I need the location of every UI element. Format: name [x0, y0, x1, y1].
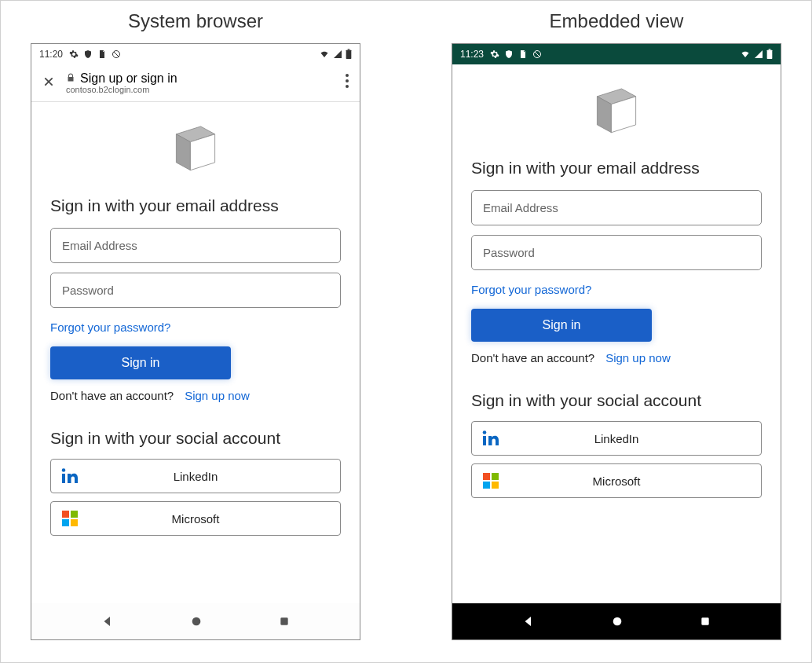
- microsoft-label: Microsoft: [89, 512, 340, 526]
- signin-content: Sign in with your email address Email Ad…: [31, 102, 360, 603]
- nav-bar: [31, 603, 360, 639]
- svg-rect-9: [62, 474, 65, 483]
- status-icons-right: [319, 49, 352, 60]
- cube-icon: [584, 82, 649, 138]
- page-title: Sign up or sign in: [80, 71, 177, 86]
- svg-point-11: [192, 617, 201, 626]
- signup-link[interactable]: Sign up now: [605, 351, 671, 364]
- svg-point-21: [613, 617, 622, 626]
- svg-point-20: [483, 430, 487, 434]
- status-time: 11:23: [460, 49, 484, 60]
- svg-rect-1: [346, 50, 352, 59]
- shield-icon: [504, 49, 514, 59]
- nav-back-icon[interactable]: [101, 614, 115, 628]
- microsoft-label: Microsoft: [510, 474, 761, 488]
- lock-icon: [66, 72, 75, 83]
- signin-button[interactable]: Sign in: [471, 309, 652, 342]
- linkedin-label: LinkedIn: [510, 432, 761, 445]
- social-heading: Sign in with your social account: [50, 429, 341, 448]
- status-icons-right: [740, 49, 773, 60]
- gear-icon: [69, 49, 79, 59]
- signup-link[interactable]: Sign up now: [185, 389, 250, 402]
- svg-point-5: [346, 85, 349, 88]
- page-icon: [97, 49, 107, 59]
- status-icons-left: [69, 49, 121, 59]
- embedded-view-column: Embedded view 11:23: [445, 7, 788, 647]
- svg-point-10: [62, 468, 66, 472]
- browser-address-bar: Sign up or sign in contoso.b2clogin.com: [31, 64, 360, 102]
- no-icon: [532, 49, 542, 59]
- column-title: Embedded view: [550, 10, 684, 32]
- signin-content: Sign in with your email address Email Ad…: [452, 64, 781, 603]
- nav-bar: [452, 603, 781, 639]
- password-field[interactable]: Password: [50, 273, 341, 308]
- no-icon: [112, 49, 121, 59]
- nav-back-icon[interactable]: [521, 614, 536, 628]
- signin-heading: Sign in with your email address: [50, 196, 341, 215]
- status-bar: 11:23: [452, 44, 781, 64]
- linkedin-icon: [472, 429, 510, 448]
- cube-icon: [163, 119, 228, 176]
- svg-rect-15: [769, 49, 771, 49]
- microsoft-icon: [472, 473, 510, 489]
- signal-icon: [754, 49, 763, 59]
- status-bar: 11:20: [31, 44, 360, 64]
- forgot-password-link[interactable]: Forgot your password?: [471, 283, 762, 296]
- nav-home-icon[interactable]: [611, 615, 624, 628]
- svg-rect-19: [483, 436, 486, 445]
- password-field[interactable]: Password: [471, 235, 762, 270]
- svg-point-4: [346, 79, 349, 82]
- linkedin-icon: [51, 467, 89, 485]
- kebab-menu-icon[interactable]: [346, 74, 349, 92]
- email-field[interactable]: Email Address: [50, 228, 341, 263]
- forgot-password-link[interactable]: Forgot your password?: [50, 321, 341, 334]
- nav-recent-icon[interactable]: [699, 615, 711, 628]
- app-logo: [50, 119, 341, 176]
- shield-icon: [83, 49, 93, 59]
- page-url: contoso.b2clogin.com: [66, 85, 177, 94]
- signal-icon: [333, 49, 342, 59]
- email-field[interactable]: Email Address: [471, 190, 762, 225]
- signin-heading: Sign in with your email address: [471, 159, 762, 178]
- battery-icon: [766, 49, 773, 60]
- close-icon[interactable]: [42, 74, 55, 92]
- microsoft-button[interactable]: Microsoft: [50, 501, 341, 536]
- status-icons-left: [490, 49, 542, 59]
- no-account-text: Don't have an account?: [471, 351, 594, 364]
- no-account-text: Don't have an account?: [50, 389, 174, 402]
- system-browser-column: System browser 11:20: [24, 7, 367, 647]
- battery-icon: [346, 49, 352, 60]
- page-icon: [518, 49, 528, 59]
- linkedin-label: LinkedIn: [89, 470, 340, 483]
- linkedin-button[interactable]: LinkedIn: [50, 459, 341, 493]
- nav-home-icon[interactable]: [190, 615, 203, 628]
- wifi-icon: [740, 49, 751, 59]
- linkedin-button[interactable]: LinkedIn: [471, 421, 762, 456]
- svg-rect-14: [767, 50, 773, 59]
- wifi-icon: [319, 49, 330, 59]
- svg-rect-12: [280, 617, 287, 625]
- status-time: 11:20: [39, 49, 63, 60]
- svg-rect-22: [701, 617, 708, 625]
- app-logo: [471, 82, 762, 138]
- gear-icon: [490, 49, 499, 59]
- microsoft-icon: [51, 511, 89, 526]
- device-frame: 11:20: [31, 43, 360, 640]
- microsoft-button[interactable]: Microsoft: [471, 463, 762, 498]
- svg-rect-2: [348, 49, 350, 49]
- signin-button[interactable]: Sign in: [50, 346, 231, 379]
- social-heading: Sign in with your social account: [471, 391, 762, 410]
- svg-point-3: [346, 74, 349, 77]
- nav-recent-icon[interactable]: [278, 615, 291, 628]
- column-title: System browser: [128, 10, 263, 32]
- device-frame: 11:23: [452, 43, 781, 640]
